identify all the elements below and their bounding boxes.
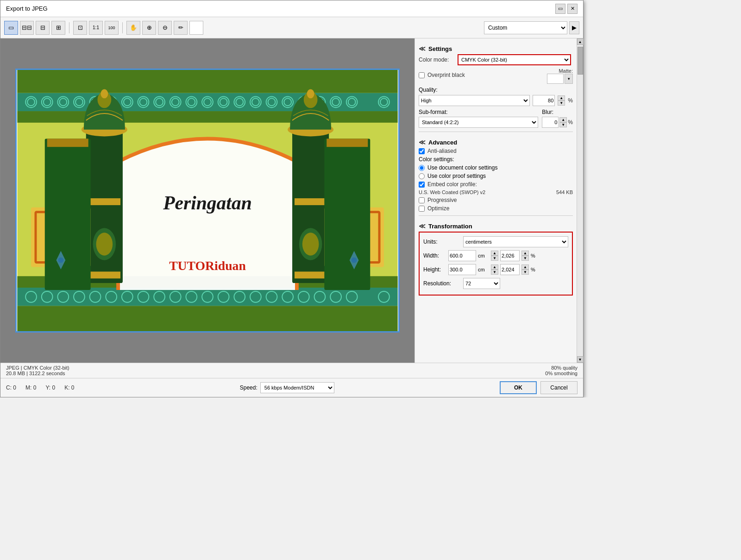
k-label: K: 0 [64,384,74,391]
preset-arrow-button[interactable]: ▶ [569,21,579,34]
horizontal-split-button[interactable]: ⊟ [36,21,50,35]
settings-panel: ≪ Settings Color mode: CMYK Color (32-bi… [414,38,577,363]
height-pct-spinner-up[interactable]: ▲ [521,264,529,270]
color-swatch-button[interactable] [189,21,203,35]
transformation-collapse-icon[interactable]: ≪ [419,222,426,230]
quality-spinner: ▲ ▼ [558,95,565,106]
blur-spinner-down[interactable]: ▼ [559,122,567,127]
transformation-section-header: ≪ Transformation [419,220,573,232]
single-view-button[interactable]: ▭ [4,21,18,35]
settings-panel-container: ≪ Settings Color mode: CMYK Color (32-bi… [414,38,583,363]
y-label: Y: 0 [45,384,55,391]
embed-color-profile-label: Embed color profile: [427,181,477,188]
quality-number-input[interactable] [533,95,555,106]
svg-rect-103 [327,138,368,147]
toolbar-right: CustomWebPrintScreen ▶ [484,21,579,34]
advanced-collapse-icon[interactable]: ≪ [419,138,426,146]
height-spinner-up[interactable]: ▲ [491,264,498,270]
color-mode-select[interactable]: CMYK Color (32-bit)RGB Color (8-bit)RGB … [458,54,571,65]
matte-box: Matte: ▾ [547,68,573,84]
zoom-1to1-button[interactable]: 1:1 [89,21,103,35]
settings-collapse-icon[interactable]: ≪ [419,45,426,52]
svg-rect-75 [88,198,120,205]
pan-button[interactable]: ✋ [126,21,140,35]
transformation-box: Units: centimetersinchespixelsmm Width: … [419,232,573,296]
export-dialog: Export to JPEG ▭ ✕ ▭ ⊟⊟ ⊟ ⊞ ⊡ 1:1 100 ✋ … [0,0,584,397]
matte-dropdown-button[interactable]: ▾ [565,74,573,84]
width-pct-spinner: ▲ ▼ [521,251,529,261]
maximize-button[interactable]: ▭ [555,4,565,14]
color-profile-size: 544 KB [556,189,573,195]
embed-color-profile-checkbox[interactable] [419,182,425,188]
status-smoothing: 0% smoothing [545,371,578,376]
scrollbar-thumb[interactable] [578,47,583,75]
optimize-checkbox[interactable] [419,206,425,212]
optimize-label: Optimize [427,205,449,212]
status-bar: JPEG | CMYK Color (32-bit) 80% quality 2… [0,363,583,378]
section-divider-2 [419,215,573,216]
zoom-100-button[interactable]: 100 [105,21,119,35]
svg-point-81 [100,89,108,99]
cancel-button[interactable]: Cancel [540,381,578,394]
anti-aliased-checkbox[interactable] [419,148,425,154]
use-color-proof-radio[interactable] [419,173,425,179]
units-select[interactable]: centimetersinchespixelsmm [463,236,568,247]
double-view-button[interactable]: ⊟⊟ [20,21,34,35]
section-divider-1 [419,132,573,132]
width-row: Width: cm ▲ ▼ ▲ ▼ [423,250,568,261]
width-input[interactable] [448,250,476,261]
zoom-fit-button[interactable]: ⊡ [73,21,87,35]
toolbar-separator-1 [69,22,69,33]
svg-point-107 [58,258,63,263]
quad-view-button[interactable]: ⊞ [51,21,65,35]
matte-label: Matte: [559,68,573,74]
advanced-section-header: ≪ Advanced [419,136,573,148]
close-button[interactable]: ✕ [567,4,578,14]
matte-color-swatch[interactable] [547,74,564,84]
quality-spinner-up[interactable]: ▲ [558,95,565,101]
zoom-out-button[interactable]: ⊖ [158,21,172,35]
height-input[interactable] [448,264,476,275]
height-spinner-down[interactable]: ▼ [491,270,498,275]
main-content: Peringatan TUTORiduan [0,38,583,363]
panel-scroll[interactable]: ≪ Settings Color mode: CMYK Color (32-bi… [415,42,577,359]
blur-spinner-up[interactable]: ▲ [559,117,567,122]
blur-input-row: ▲ ▼ % [542,117,573,128]
zoom-in-button[interactable]: ⊕ [142,21,156,35]
resolution-select[interactable]: 7296150300 [463,278,500,289]
scroll-down-button[interactable]: ▼ [577,356,584,363]
blur-input[interactable] [542,117,559,128]
use-document-color-radio[interactable] [419,165,425,171]
width-pct-input[interactable] [500,250,520,261]
quality-select[interactable]: LowMediumHighMaximum [419,95,530,106]
embed-color-profile-row: Embed color profile: [419,181,573,188]
ok-button[interactable]: OK [500,381,537,394]
color-settings-label-row: Color settings: [419,156,573,163]
preset-select[interactable]: CustomWebPrintScreen [484,21,567,34]
blur-label: Blur: [542,109,553,115]
width-pct-spinner-down[interactable]: ▼ [521,256,529,261]
height-pct-spinner-down[interactable]: ▼ [521,270,529,275]
color-profile-name: U.S. Web Coated (SWOP) v2 [419,189,485,195]
subformat-label-text: Sub-format: [419,109,448,115]
svg-point-109 [352,258,357,263]
width-spinner-up[interactable]: ▲ [491,251,498,256]
subformat-section: Sub-format: Standard (4:2:2)4:4:44:1:1 [419,109,538,128]
subformat-select[interactable]: Standard (4:2:2)4:4:44:1:1 [419,117,538,128]
progressive-checkbox[interactable] [419,197,425,203]
width-spinner-down[interactable]: ▼ [491,256,498,261]
scrollbar[interactable]: ▲ ▼ [577,38,583,363]
speed-select[interactable]: 56 kbps Modem/ISDNADSL 512 kbpsADSL 1 Mb… [260,382,334,393]
quality-spinner-down[interactable]: ▼ [558,101,565,106]
height-pct-input[interactable] [500,264,520,275]
blur-section: Blur: ▲ ▼ % [542,109,573,128]
blur-spinner: ▲ ▼ [559,117,567,127]
overprint-black-checkbox[interactable] [419,72,425,78]
svg-text:Peringatan: Peringatan [163,192,252,214]
units-row: Units: centimetersinchespixelsmm [423,236,568,247]
scroll-up-button[interactable]: ▲ [577,38,584,45]
width-pct-spinner-up[interactable]: ▲ [521,251,529,256]
svg-rect-84 [295,198,327,205]
use-document-color-row: Use document color settings [419,164,573,171]
eyedropper-button[interactable]: ✏ [174,21,188,35]
